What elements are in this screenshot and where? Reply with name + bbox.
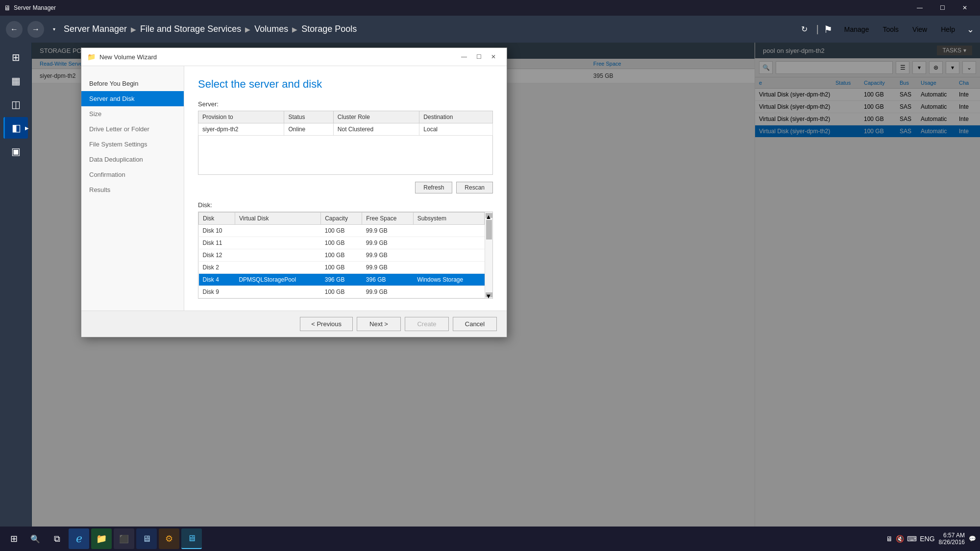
taskbar-right: 🖥 🔇 ⌨ ENG 6:57 AM 8/26/2016 💬 [886, 532, 976, 546]
start-button[interactable]: ⊞ [4, 529, 24, 549]
back-button[interactable]: ← [6, 21, 23, 38]
disk-row2-virtual [235, 237, 320, 249]
sm-icon-2: 🖥 [187, 533, 196, 544]
sidebar-item-file-storage[interactable]: ◧ ▶ [3, 117, 28, 139]
disk-col-disk: Disk [199, 213, 235, 225]
nav-manage[interactable]: Manage [841, 24, 872, 35]
disk-row-6[interactable]: Disk 9 100 GB 99.9 GB [199, 286, 485, 298]
disk-row2-free: 99.9 GB [362, 237, 413, 249]
sidebar-item-other[interactable]: ▣ [3, 141, 28, 162]
notifications-icon[interactable]: 💬 [969, 535, 976, 542]
breadcrumb-sep-3: ▶ [292, 25, 297, 33]
breadcrumb-server-manager[interactable]: Server Manager [64, 24, 127, 34]
local-server-icon: ▦ [11, 75, 21, 87]
create-button[interactable]: Create [405, 317, 449, 331]
nav-bar: ← → ▾ Server Manager ▶ File and Storage … [0, 16, 980, 43]
breadcrumb-storage-pools[interactable]: Storage Pools [301, 24, 357, 34]
disk-row4-virtual [235, 262, 320, 274]
explorer-icon: 📁 [96, 533, 107, 544]
disk-row3-capacity: 100 GB [321, 249, 362, 262]
keyboard-icon: ⌨ [907, 535, 917, 543]
taskbar-clock[interactable]: 6:57 AM 8/26/2016 [939, 532, 965, 546]
sidebar-item-local-server[interactable]: ▦ [3, 70, 28, 92]
scrollbar-up[interactable]: ▲ [486, 213, 492, 218]
next-button[interactable]: Next > [357, 317, 401, 331]
sidebar-item-all-servers[interactable]: ◫ [3, 94, 28, 115]
scrollbar-track [486, 218, 492, 292]
all-servers-icon: ◫ [11, 98, 21, 110]
file-storage-icon: ◧ [12, 122, 21, 134]
nav-view[interactable]: View [909, 24, 930, 35]
task-view-button[interactable]: ⧉ [47, 529, 67, 549]
disk-row-2[interactable]: Disk 11 100 GB 99.9 GB [199, 237, 485, 249]
scrollbar-thumb[interactable] [486, 220, 492, 240]
disk-col-free: Free Space [362, 213, 413, 225]
rescan-button[interactable]: Rescan [456, 182, 493, 193]
cancel-button[interactable]: Cancel [453, 317, 497, 331]
close-button[interactable]: ✕ [954, 0, 976, 16]
disk-row6-disk: Disk 9 [199, 286, 235, 298]
disk-row5-subsystem: Windows Storage [413, 274, 484, 286]
cmd-icon: ⬛ [119, 534, 129, 544]
server-col-status: Status [284, 111, 333, 123]
disk-row4-disk: Disk 2 [199, 262, 235, 274]
taskbar-cmd[interactable]: ⬛ [114, 528, 134, 549]
app2-icon: ⚙ [165, 533, 173, 544]
wizard-minimize[interactable]: — [457, 51, 471, 63]
server-label: Server: [198, 100, 493, 108]
volume-icon: 🔇 [896, 535, 904, 543]
expand-button[interactable]: ⌄ [967, 24, 974, 35]
taskbar-server-manager-1[interactable]: 🖥 [136, 528, 157, 549]
minimize-button[interactable]: — [908, 0, 931, 16]
disk-row-4[interactable]: Disk 2 100 GB 99.9 GB [199, 262, 485, 274]
taskbar-search[interactable]: 🔍 [25, 529, 45, 549]
breadcrumb-volumes[interactable]: Volumes [254, 24, 288, 34]
wizard-nav-results: Results [81, 182, 184, 197]
breadcrumb-file-storage[interactable]: File and Storage Services [140, 24, 241, 34]
network-icon: 🖥 [886, 535, 893, 543]
nav-dropdown-button[interactable]: ▾ [49, 21, 59, 38]
wizard-close[interactable]: ✕ [486, 51, 501, 63]
taskbar-ie[interactable]: ℯ [69, 528, 89, 549]
taskbar-server-manager-2[interactable]: 🖥 [181, 528, 202, 549]
app-title: Server Manager [14, 4, 56, 11]
wizard-nav-size: Size [81, 106, 184, 121]
disk-row-5-selected[interactable]: Disk 4 DPMSQLStoragePool 396 GB 396 GB W… [199, 274, 485, 286]
wizard-titlebar: 📁 New Volume Wizard — ☐ ✕ [81, 48, 507, 66]
title-bar: 🖥 Server Manager — ☐ ✕ [0, 0, 980, 16]
wizard-maximize[interactable]: ☐ [471, 51, 486, 63]
wizard-nav-filesystem: File System Settings [81, 137, 184, 152]
taskbar-app-2[interactable]: ⚙ [159, 528, 179, 549]
nav-help[interactable]: Help [938, 24, 958, 35]
disk-row3-free: 99.9 GB [362, 249, 413, 262]
wizard-nav: Before You Begin Server and Disk Size Dr… [81, 66, 184, 311]
sidebar-item-dashboard[interactable]: ⊞ [3, 47, 28, 68]
disk-row4-subsystem [413, 262, 484, 274]
wizard-icon: 📁 [87, 53, 96, 61]
taskbar-explorer[interactable]: 📁 [91, 528, 112, 549]
disk-col-virtual: Virtual Disk [235, 213, 320, 225]
nav-tools[interactable]: Tools [880, 24, 902, 35]
maximize-button[interactable]: ☐ [931, 0, 954, 16]
wizard-nav-dedup: Data Deduplication [81, 152, 184, 167]
wizard-title: New Volume Wizard [99, 53, 453, 61]
wizard-footer: < Previous Next > Create Cancel [81, 311, 507, 337]
forward-button[interactable]: → [27, 21, 44, 38]
server-row-1[interactable]: siyer-dpm-th2 Online Not Clustered Local [198, 123, 493, 136]
refresh-button[interactable]: Refresh [415, 182, 452, 193]
disk-row1-subsystem [413, 225, 484, 237]
disk-col-subsystem: Subsystem [413, 213, 484, 225]
disk-row5-disk: Disk 4 [199, 274, 235, 286]
disk-table-scrollbar[interactable]: ▲ ▼ [485, 212, 492, 298]
disk-row-3[interactable]: Disk 12 100 GB 99.9 GB [199, 249, 485, 262]
disk-table: Disk Virtual Disk Capacity Free Space Su… [198, 212, 485, 298]
disk-label: Disk: [198, 201, 493, 209]
server-row1-cluster: Not Clustered [333, 123, 419, 136]
disk-row3-virtual [235, 249, 320, 262]
previous-button[interactable]: < Previous [300, 317, 353, 331]
taskbar-sys-icons: 🖥 🔇 ⌨ ENG [886, 535, 934, 543]
disk-row3-subsystem [413, 249, 484, 262]
disk-row-1[interactable]: Disk 10 100 GB 99.9 GB [199, 225, 485, 237]
scrollbar-down[interactable]: ▼ [486, 292, 492, 297]
refresh-button[interactable]: ↻ [798, 23, 811, 36]
